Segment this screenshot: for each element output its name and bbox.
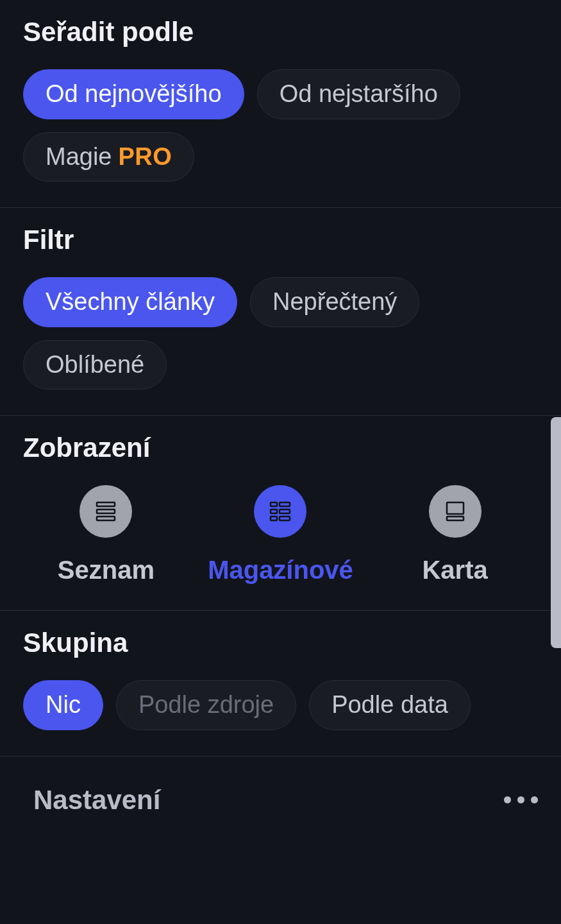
scrollbar-thumb[interactable]	[551, 417, 561, 648]
group-chips: Nic Podle zdroje Podle data	[23, 680, 538, 730]
svg-rect-5	[271, 509, 277, 513]
view-label: Seznam	[58, 556, 155, 585]
chip-label: Od nejnovějšího	[46, 79, 222, 110]
card-icon	[429, 485, 481, 538]
filter-chips: Všechny články Nepřečtený Oblíbené	[23, 277, 538, 389]
svg-rect-4	[280, 502, 290, 506]
group-option-by-source[interactable]: Podle zdroje	[116, 680, 296, 730]
group-section: Skupina Nic Podle zdroje Podle data	[0, 611, 561, 757]
chip-label: Nic	[46, 690, 81, 721]
filter-option-all[interactable]: Všechny články	[23, 277, 237, 327]
sort-option-newest[interactable]: Od nejnovějšího	[23, 69, 244, 119]
magazine-icon	[254, 485, 306, 538]
filter-option-favorite[interactable]: Oblíbené	[23, 340, 167, 390]
settings-label: Nastavení	[33, 785, 160, 816]
pro-badge: PRO	[119, 142, 172, 173]
filter-title: Filtr	[23, 225, 538, 255]
chip-label: Podle data	[331, 690, 448, 721]
chip-label: Od nejstaršího	[280, 79, 438, 110]
view-label: Karta	[422, 556, 487, 585]
filter-section: Filtr Všechny články Nepřečtený Oblíbené	[0, 208, 561, 416]
view-option-magazine[interactable]: Magazínové	[208, 485, 353, 585]
view-option-card[interactable]: Karta	[391, 485, 519, 585]
view-options: Seznam Magazínové	[23, 485, 538, 585]
view-title: Zobrazení	[23, 432, 538, 463]
sort-section: Seřadit podle Od nejnovějšího Od nejstar…	[0, 0, 561, 208]
chip-label: Všechny články	[46, 287, 215, 318]
sort-title: Seřadit podle	[23, 17, 538, 47]
chip-label: Nepřečtený	[272, 287, 397, 318]
more-icon[interactable]	[504, 796, 538, 803]
view-section: Zobrazení Seznam	[0, 416, 561, 611]
view-label: Magazínové	[208, 556, 353, 585]
sort-option-magic[interactable]: Magie PRO	[23, 132, 194, 182]
chip-label: Podle zdroje	[138, 690, 274, 721]
svg-rect-2	[97, 517, 115, 520]
group-option-by-date[interactable]: Podle data	[309, 680, 471, 730]
svg-rect-10	[447, 517, 464, 520]
group-title: Skupina	[23, 628, 538, 658]
svg-rect-6	[280, 509, 290, 513]
svg-rect-0	[97, 502, 115, 506]
svg-rect-8	[280, 517, 290, 520]
list-icon	[80, 485, 132, 538]
svg-rect-9	[447, 502, 464, 514]
chip-label: Oblíbené	[46, 350, 144, 381]
svg-rect-1	[97, 509, 115, 513]
svg-rect-3	[271, 502, 277, 506]
sort-chips: Od nejnovějšího Od nejstaršího Magie PRO	[23, 69, 538, 182]
settings-row[interactable]: Nastavení	[0, 757, 561, 835]
view-option-list[interactable]: Seznam	[42, 485, 170, 585]
svg-rect-7	[271, 517, 277, 520]
sort-option-oldest[interactable]: Od nejstaršího	[257, 69, 460, 119]
filter-option-unread[interactable]: Nepřečtený	[250, 277, 419, 327]
chip-label: Magie	[46, 142, 112, 173]
group-option-none[interactable]: Nic	[23, 680, 103, 730]
